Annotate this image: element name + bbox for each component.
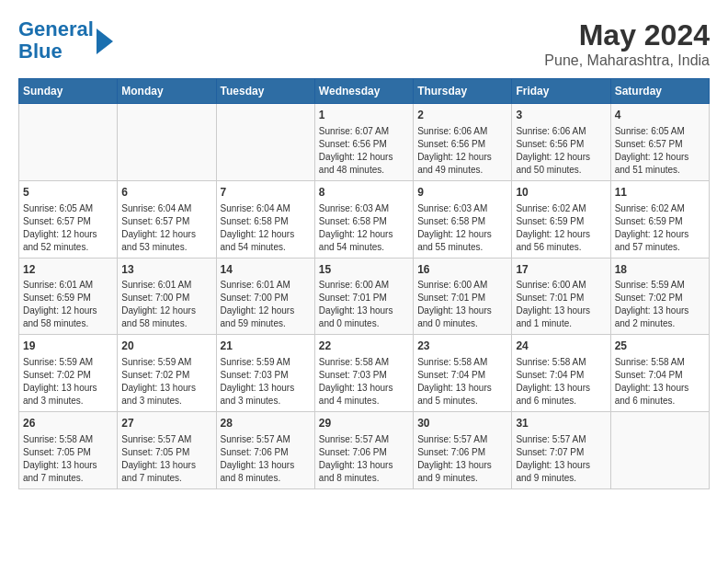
header-day-wednesday: Wednesday <box>314 79 413 104</box>
day-info: Sunrise: 6:01 AM Sunset: 6:59 PM Dayligh… <box>23 279 113 330</box>
calendar-cell: 2Sunrise: 6:06 AM Sunset: 6:56 PM Daylig… <box>414 104 512 181</box>
calendar-cell: 20Sunrise: 5:59 AM Sunset: 7:02 PM Dayli… <box>118 335 216 412</box>
day-info: Sunrise: 5:58 AM Sunset: 7:04 PM Dayligh… <box>615 356 705 408</box>
day-number: 10 <box>516 185 606 201</box>
calendar-cell: 23Sunrise: 5:58 AM Sunset: 7:04 PM Dayli… <box>414 335 512 412</box>
day-info: Sunrise: 6:00 AM Sunset: 7:01 PM Dayligh… <box>417 279 507 330</box>
week-row-5: 26Sunrise: 5:58 AM Sunset: 7:05 PM Dayli… <box>19 412 710 489</box>
calendar-cell <box>118 104 216 181</box>
calendar-cell: 26Sunrise: 5:58 AM Sunset: 7:05 PM Dayli… <box>19 412 118 489</box>
day-info: Sunrise: 5:58 AM Sunset: 7:04 PM Dayligh… <box>516 356 606 408</box>
calendar-cell: 16Sunrise: 6:00 AM Sunset: 7:01 PM Dayli… <box>414 258 512 335</box>
day-info: Sunrise: 5:57 AM Sunset: 7:07 PM Dayligh… <box>516 433 606 485</box>
day-info: Sunrise: 6:06 AM Sunset: 6:56 PM Dayligh… <box>516 125 606 177</box>
logo-text: General Blue <box>18 18 94 63</box>
calendar-cell: 5Sunrise: 6:05 AM Sunset: 6:57 PM Daylig… <box>19 180 118 258</box>
header-day-sunday: Sunday <box>19 79 118 104</box>
day-number: 2 <box>417 108 507 123</box>
day-info: Sunrise: 5:57 AM Sunset: 7:06 PM Dayligh… <box>319 433 409 485</box>
calendar-cell: 19Sunrise: 5:59 AM Sunset: 7:02 PM Dayli… <box>19 335 118 412</box>
calendar-cell: 6Sunrise: 6:04 AM Sunset: 6:57 PM Daylig… <box>118 180 216 258</box>
header-day-friday: Friday <box>512 79 610 104</box>
day-number: 23 <box>417 339 507 354</box>
day-number: 25 <box>615 339 705 354</box>
day-info: Sunrise: 5:58 AM Sunset: 7:04 PM Dayligh… <box>417 356 507 408</box>
day-number: 30 <box>417 416 507 431</box>
day-number: 19 <box>23 339 113 354</box>
day-number: 4 <box>615 108 705 123</box>
day-number: 1 <box>319 108 409 123</box>
day-number: 20 <box>121 339 211 354</box>
day-number: 17 <box>516 262 606 278</box>
day-info: Sunrise: 6:01 AM Sunset: 7:00 PM Dayligh… <box>121 279 211 330</box>
day-info: Sunrise: 5:57 AM Sunset: 7:06 PM Dayligh… <box>221 433 311 485</box>
week-row-2: 5Sunrise: 6:05 AM Sunset: 6:57 PM Daylig… <box>19 180 710 258</box>
calendar-cell <box>19 104 118 181</box>
logo-line2: Blue <box>18 40 63 63</box>
day-info: Sunrise: 6:02 AM Sunset: 6:59 PM Dayligh… <box>516 202 606 254</box>
calendar-cell: 28Sunrise: 5:57 AM Sunset: 7:06 PM Dayli… <box>216 412 314 489</box>
calendar-cell: 8Sunrise: 6:03 AM Sunset: 6:58 PM Daylig… <box>314 180 413 258</box>
day-info: Sunrise: 6:05 AM Sunset: 6:57 PM Dayligh… <box>23 202 113 254</box>
day-info: Sunrise: 6:01 AM Sunset: 7:00 PM Dayligh… <box>221 279 311 330</box>
calendar-cell: 13Sunrise: 6:01 AM Sunset: 7:00 PM Dayli… <box>118 258 216 335</box>
day-number: 14 <box>221 262 311 278</box>
day-info: Sunrise: 6:03 AM Sunset: 6:58 PM Dayligh… <box>319 202 409 254</box>
day-info: Sunrise: 6:05 AM Sunset: 6:57 PM Dayligh… <box>615 125 705 177</box>
day-number: 16 <box>417 262 507 278</box>
calendar-cell: 31Sunrise: 5:57 AM Sunset: 7:07 PM Dayli… <box>512 412 610 489</box>
calendar-body: 1Sunrise: 6:07 AM Sunset: 6:56 PM Daylig… <box>19 104 710 489</box>
day-number: 26 <box>23 416 113 431</box>
page-header: General Blue May 2024 Pune, Maharashtra,… <box>18 18 710 69</box>
day-number: 3 <box>516 108 606 123</box>
calendar-cell: 3Sunrise: 6:06 AM Sunset: 6:56 PM Daylig… <box>512 104 610 181</box>
day-info: Sunrise: 5:59 AM Sunset: 7:02 PM Dayligh… <box>121 356 211 408</box>
calendar-header: SundayMondayTuesdayWednesdayThursdayFrid… <box>19 79 710 104</box>
day-number: 6 <box>121 185 211 201</box>
day-info: Sunrise: 6:02 AM Sunset: 6:59 PM Dayligh… <box>615 202 705 254</box>
calendar-cell: 1Sunrise: 6:07 AM Sunset: 6:56 PM Daylig… <box>314 104 413 181</box>
day-number: 15 <box>319 262 409 278</box>
day-info: Sunrise: 6:03 AM Sunset: 6:58 PM Dayligh… <box>417 202 507 254</box>
calendar-cell: 25Sunrise: 5:58 AM Sunset: 7:04 PM Dayli… <box>610 335 709 412</box>
calendar-cell: 17Sunrise: 6:00 AM Sunset: 7:01 PM Dayli… <box>512 258 610 335</box>
week-row-4: 19Sunrise: 5:59 AM Sunset: 7:02 PM Dayli… <box>19 335 710 412</box>
title-block: May 2024 Pune, Maharashtra, India <box>544 18 710 69</box>
calendar-cell: 24Sunrise: 5:58 AM Sunset: 7:04 PM Dayli… <box>512 335 610 412</box>
header-day-monday: Monday <box>118 79 216 104</box>
calendar-cell: 15Sunrise: 6:00 AM Sunset: 7:01 PM Dayli… <box>314 258 413 335</box>
logo-arrow-icon <box>97 29 113 54</box>
calendar-cell: 27Sunrise: 5:57 AM Sunset: 7:05 PM Dayli… <box>118 412 216 489</box>
day-number: 13 <box>121 262 211 278</box>
day-number: 31 <box>516 416 606 431</box>
day-number: 12 <box>23 262 113 278</box>
day-number: 11 <box>615 185 705 201</box>
calendar-cell: 22Sunrise: 5:58 AM Sunset: 7:03 PM Dayli… <box>314 335 413 412</box>
day-info: Sunrise: 6:00 AM Sunset: 7:01 PM Dayligh… <box>516 279 606 330</box>
calendar-cell: 14Sunrise: 6:01 AM Sunset: 7:00 PM Dayli… <box>216 258 314 335</box>
header-row: SundayMondayTuesdayWednesdayThursdayFrid… <box>19 79 710 104</box>
calendar-cell: 30Sunrise: 5:57 AM Sunset: 7:06 PM Dayli… <box>414 412 512 489</box>
day-info: Sunrise: 6:07 AM Sunset: 6:56 PM Dayligh… <box>319 125 409 177</box>
day-info: Sunrise: 5:58 AM Sunset: 7:05 PM Dayligh… <box>23 433 113 485</box>
calendar-cell <box>610 412 709 489</box>
calendar-subtitle: Pune, Maharashtra, India <box>544 52 710 69</box>
day-number: 18 <box>615 262 705 278</box>
day-info: Sunrise: 5:59 AM Sunset: 7:02 PM Dayligh… <box>23 356 113 408</box>
header-day-thursday: Thursday <box>414 79 512 104</box>
day-info: Sunrise: 5:57 AM Sunset: 7:05 PM Dayligh… <box>121 433 211 485</box>
calendar-cell <box>216 104 314 181</box>
day-number: 21 <box>221 339 311 354</box>
header-day-tuesday: Tuesday <box>216 79 314 104</box>
day-info: Sunrise: 5:59 AM Sunset: 7:02 PM Dayligh… <box>615 279 705 330</box>
calendar-title: May 2024 <box>544 18 710 52</box>
day-info: Sunrise: 5:58 AM Sunset: 7:03 PM Dayligh… <box>319 356 409 408</box>
day-number: 8 <box>319 185 409 201</box>
day-info: Sunrise: 5:59 AM Sunset: 7:03 PM Dayligh… <box>221 356 311 408</box>
day-number: 9 <box>417 185 507 201</box>
week-row-3: 12Sunrise: 6:01 AM Sunset: 6:59 PM Dayli… <box>19 258 710 335</box>
day-info: Sunrise: 6:04 AM Sunset: 6:57 PM Dayligh… <box>121 202 211 254</box>
day-number: 24 <box>516 339 606 354</box>
day-info: Sunrise: 6:00 AM Sunset: 7:01 PM Dayligh… <box>319 279 409 330</box>
day-info: Sunrise: 5:57 AM Sunset: 7:06 PM Dayligh… <box>417 433 507 485</box>
